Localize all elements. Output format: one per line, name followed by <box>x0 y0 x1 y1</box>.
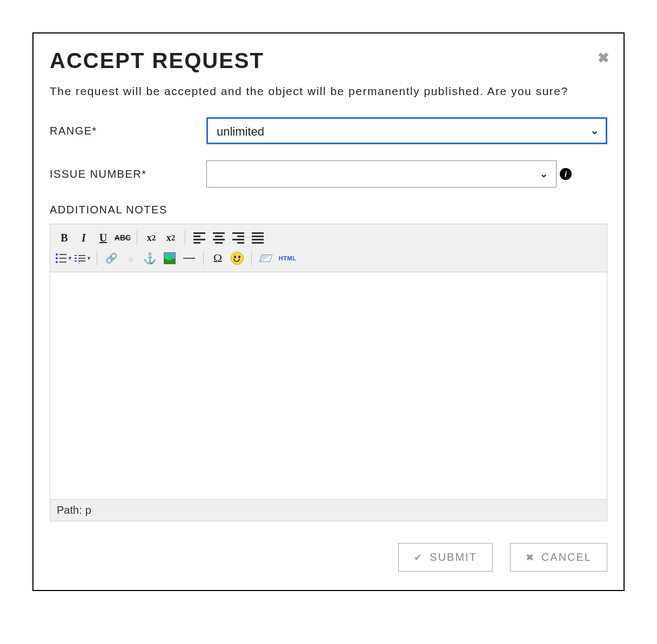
align-center-button[interactable] <box>210 230 227 246</box>
accept-request-dialog: ✖ ACCEPT REQUEST The request will be acc… <box>32 32 625 591</box>
superscript-button[interactable]: x2 <box>162 230 179 246</box>
editor-statusbar: Path: p <box>50 499 607 521</box>
align-justify-button[interactable] <box>249 230 266 246</box>
separator <box>251 251 252 265</box>
issue-number-row: ISSUE NUMBER* ⌄ i <box>50 160 607 187</box>
underline-button[interactable]: U <box>95 230 112 246</box>
image-button[interactable] <box>161 250 178 266</box>
close-icon[interactable]: ✖ <box>598 50 609 66</box>
check-icon: ✔ <box>414 552 423 564</box>
separator <box>97 251 97 265</box>
range-row: RANGE* unlimited ⌄ <box>50 117 607 144</box>
submit-label: SUBMIT <box>430 551 477 564</box>
status-path-node[interactable]: p <box>85 504 91 516</box>
dialog-description: The request will be accepted and the obj… <box>50 85 607 98</box>
issue-number-label: ISSUE NUMBER* <box>50 168 206 180</box>
dialog-footer: ✔ SUBMIT ✖ CANCEL <box>50 543 607 572</box>
anchor-button[interactable]: ⚓ <box>142 250 159 266</box>
issue-number-select-wrap: ⌄ <box>206 160 557 187</box>
issue-number-select[interactable] <box>206 160 557 187</box>
special-char-button[interactable]: Ω <box>209 250 226 266</box>
align-right-button[interactable] <box>230 230 247 246</box>
eraser-button[interactable] <box>257 250 274 266</box>
separator <box>203 251 204 265</box>
status-path-label: Path: <box>57 504 82 516</box>
link-button[interactable]: 🔗 <box>103 250 120 266</box>
rich-text-editor: B I U ABC x2 x2 ▼ ▼ 🔗 ⬨ ⚓ <box>50 224 607 521</box>
cancel-button[interactable]: ✖ CANCEL <box>510 543 607 572</box>
cancel-label: CANCEL <box>541 551 592 564</box>
info-icon[interactable]: i <box>560 168 572 180</box>
editor-toolbar: B I U ABC x2 x2 ▼ ▼ 🔗 ⬨ ⚓ <box>50 224 607 272</box>
range-select-wrap: unlimited ⌄ <box>206 117 607 144</box>
toolbar-row-2: ▼ ▼ 🔗 ⬨ ⚓ Ω HTML <box>56 248 601 269</box>
numbered-list-button[interactable]: ▼ <box>75 250 91 266</box>
subscript-button[interactable]: x2 <box>143 230 160 246</box>
horizontal-rule-button[interactable] <box>180 250 198 266</box>
toolbar-row-1: B I U ABC x2 x2 <box>56 227 601 248</box>
separator <box>137 231 137 245</box>
submit-button[interactable]: ✔ SUBMIT <box>398 543 493 572</box>
notes-label: ADDITIONAL NOTES <box>50 204 607 216</box>
dialog-title: ACCEPT REQUEST <box>50 49 607 73</box>
close-icon: ✖ <box>526 552 535 564</box>
italic-button[interactable]: I <box>75 230 92 246</box>
bold-button[interactable]: B <box>56 230 73 246</box>
emoticon-button[interactable] <box>229 250 246 266</box>
range-select[interactable]: unlimited <box>206 117 607 144</box>
strikethrough-button[interactable]: ABC <box>114 230 131 246</box>
separator <box>185 231 185 245</box>
unlink-button[interactable]: ⬨ <box>122 250 139 266</box>
bullet-list-button[interactable]: ▼ <box>56 250 72 266</box>
editor-content-area[interactable] <box>50 272 607 499</box>
align-left-button[interactable] <box>191 230 208 246</box>
html-source-button[interactable]: HTML <box>277 250 299 266</box>
range-label: RANGE* <box>50 125 206 137</box>
